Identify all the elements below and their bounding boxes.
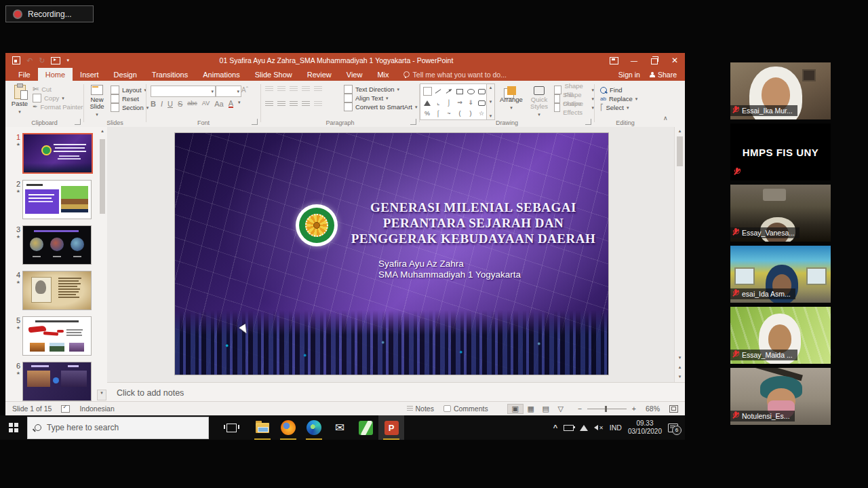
section-button[interactable]: Section▾ xyxy=(111,103,149,112)
thumbnail-scrollbar[interactable]: ▴ xyxy=(98,128,106,390)
gallery-down-icon[interactable]: ▾ xyxy=(490,99,492,105)
spellcheck-icon[interactable] xyxy=(61,405,70,413)
scroll-down-icon[interactable]: ▾ xyxy=(675,355,685,360)
thumbnail-item-1[interactable]: 1★ xyxy=(8,133,107,174)
shape-gallery-scrollbar[interactable]: ▴ ▾ ▾ xyxy=(486,83,495,120)
cut-button[interactable]: ✄Cut xyxy=(33,85,83,94)
align-text-button[interactable]: Align Text▾ xyxy=(344,94,417,102)
gallery-up-icon[interactable]: ▴ xyxy=(490,85,492,90)
tab-review[interactable]: Review xyxy=(300,68,339,81)
collapse-ribbon-icon[interactable]: ∧ xyxy=(663,115,668,121)
slide-3-thumbnail[interactable] xyxy=(22,225,92,265)
zoom-slider-thumb[interactable] xyxy=(605,406,607,412)
zoom-out-button[interactable]: − xyxy=(578,405,582,413)
participant-video-3[interactable]: Essay_Vanesa... xyxy=(730,185,831,242)
underline-button[interactable]: U xyxy=(167,100,173,108)
ribbon-display-options-icon[interactable] xyxy=(604,53,624,68)
align-right-icon[interactable] xyxy=(290,101,298,107)
taskbar-search[interactable]: Type here to search xyxy=(27,417,209,439)
drawing-dialog-launcher[interactable] xyxy=(585,119,591,125)
line-spacing-icon[interactable] xyxy=(314,86,322,92)
slide-2-thumbnail[interactable] xyxy=(22,180,92,219)
character-spacing-button[interactable]: AV xyxy=(202,100,210,108)
tab-slideshow[interactable]: Slide Show xyxy=(248,68,300,81)
volume-muted-icon[interactable]: ✕ xyxy=(594,425,604,431)
thumbnail-item-3[interactable]: 3★ xyxy=(8,225,107,265)
rectangle-shape-icon[interactable] xyxy=(456,89,463,94)
notes-pane[interactable]: Click to add notes xyxy=(107,382,685,402)
tray-expand-icon[interactable]: ^ xyxy=(553,424,557,432)
grow-font-icon[interactable]: Aˆ xyxy=(241,86,248,94)
slide-4-thumbnail[interactable] xyxy=(22,271,92,310)
increase-indent-icon[interactable] xyxy=(302,86,310,92)
task-view-button[interactable] xyxy=(218,415,244,440)
fit-slide-button[interactable] xyxy=(669,405,678,413)
redo-icon[interactable]: ↻ xyxy=(39,57,45,64)
find-button[interactable]: Find xyxy=(600,86,637,94)
strikethrough-button[interactable]: S xyxy=(178,100,182,108)
elbow-shape-icon[interactable]: ⌞ xyxy=(437,100,439,106)
participant-video-5[interactable]: Essay_Maida ... xyxy=(730,307,831,364)
paragraph-dialog-launcher[interactable] xyxy=(410,119,416,125)
clipboard-dialog-launcher[interactable] xyxy=(75,119,81,125)
line-shape-icon[interactable] xyxy=(435,89,441,94)
thumb-scroll-down-icon[interactable]: ▾ xyxy=(97,390,106,400)
shape-gallery[interactable]: ⌞ ⌡ ⇒ ⇓ % ⌠ ~ ( ) ☆ xyxy=(420,83,489,120)
language-indicator[interactable]: Indonesian xyxy=(79,405,114,413)
sign-in-link[interactable]: Sign in xyxy=(618,71,640,79)
font-size-combo[interactable]: ▾ xyxy=(216,86,241,97)
mail-button[interactable]: ✉ xyxy=(327,415,353,440)
comments-toggle[interactable]: Comments xyxy=(443,405,488,413)
paste-button[interactable]: Paste ▾ xyxy=(9,85,30,115)
share-button[interactable]: Share xyxy=(650,71,677,79)
tab-view[interactable]: View xyxy=(339,68,370,81)
powerpoint-taskbar-button[interactable]: P xyxy=(378,415,404,440)
font-dialog-launcher[interactable] xyxy=(252,119,258,125)
zoom-slider[interactable] xyxy=(587,409,627,409)
bold-button[interactable]: B xyxy=(151,100,156,108)
participant-video-6[interactable]: Notulensi_Es... xyxy=(730,368,831,425)
wifi-icon[interactable] xyxy=(580,425,588,431)
columns-icon[interactable] xyxy=(314,101,322,107)
slideshow-view-button[interactable]: ▽ xyxy=(553,405,568,413)
arrange-button[interactable]: Arrange ▾ xyxy=(498,86,524,111)
rounded-rectangle-shape-icon[interactable] xyxy=(478,89,486,94)
battery-icon[interactable] xyxy=(564,425,574,431)
scroll-up-icon[interactable]: ▴ xyxy=(675,128,685,134)
thumb-scroll-up-icon[interactable]: ▴ xyxy=(98,128,106,137)
participant-video-4[interactable]: esai_Ida Asm... xyxy=(730,246,831,303)
decrease-indent-icon[interactable] xyxy=(290,86,298,92)
left-paren-shape-icon[interactable]: ( xyxy=(459,111,461,117)
close-button[interactable]: ✕ xyxy=(665,53,685,68)
undo-icon[interactable]: ↶ xyxy=(26,57,33,64)
participant-video-2[interactable]: HMPS FIS UNY xyxy=(730,124,831,181)
replace-button[interactable]: abReplace▾ xyxy=(600,94,637,103)
curve-shape-icon[interactable]: ⌡ xyxy=(447,100,450,106)
tab-file[interactable]: File xyxy=(11,68,38,81)
thumbnail-item-2[interactable]: 2★ xyxy=(8,180,107,219)
slide-title[interactable]: GENERASI MILENIAL SEBAGAI PERANTARA SEJA… xyxy=(348,200,599,246)
thumbnail-item-5[interactable]: 5★ xyxy=(8,316,107,356)
justify-icon[interactable] xyxy=(302,101,310,107)
notes-toggle[interactable]: Notes xyxy=(407,405,434,413)
firefox-button[interactable] xyxy=(275,415,301,440)
next-slide-icon[interactable]: ▾ xyxy=(675,374,685,379)
zoom-level[interactable]: 68% xyxy=(646,405,660,413)
slide-1-thumbnail[interactable] xyxy=(22,133,93,174)
arc-shape-icon[interactable]: ⌠ xyxy=(436,111,439,117)
tab-animations[interactable]: Animations xyxy=(195,68,247,81)
minimize-button[interactable]: — xyxy=(624,53,644,68)
arrow-line-shape-icon[interactable] xyxy=(446,89,452,94)
text-direction-button[interactable]: Text Direction▾ xyxy=(344,85,417,94)
freeform-shape-icon[interactable]: % xyxy=(425,111,430,117)
select-button[interactable]: ⎡Select▾ xyxy=(600,103,637,112)
reading-view-button[interactable]: ▤ xyxy=(538,405,553,413)
format-painter-button[interactable]: ✒Format Painter xyxy=(33,102,83,111)
tab-transitions[interactable]: Transitions xyxy=(144,68,195,81)
star-shape-icon[interactable]: ☆ xyxy=(479,111,484,117)
italic-button[interactable]: I xyxy=(161,100,163,108)
clear-formatting-button[interactable]: abc xyxy=(187,100,197,108)
normal-view-button[interactable]: ▣ xyxy=(507,404,524,414)
language-switcher[interactable]: IND xyxy=(610,424,622,432)
layout-button[interactable]: Layout▾ xyxy=(111,86,149,94)
